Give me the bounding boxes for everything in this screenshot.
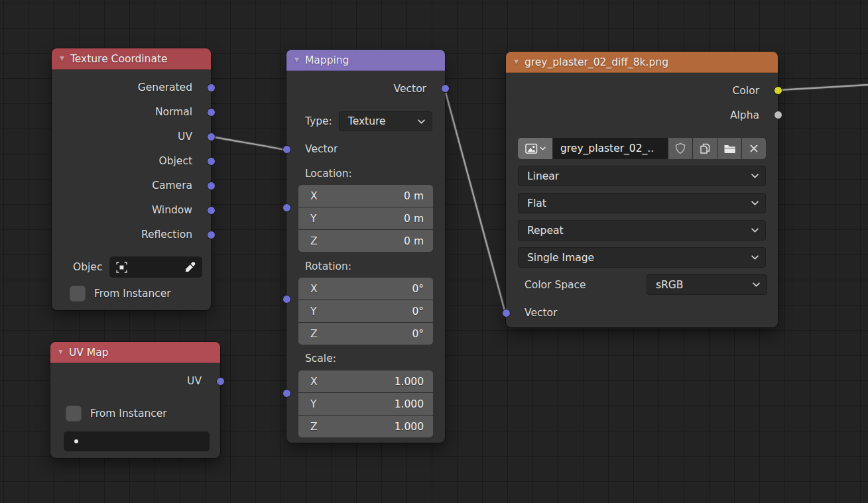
socket-output-normal[interactable] [207,108,216,117]
node-editor-canvas[interactable]: { "editor": { "background": "#232323", "… [0,0,868,503]
collapse-triangle-icon[interactable]: ▼ [294,57,299,63]
socket-input-scale[interactable] [282,389,291,398]
dropdown-value: Repeat [527,225,564,237]
axis-label: Y [310,306,316,317]
socket-output-color[interactable] [774,86,782,95]
image-name-field[interactable]: grey_plaster_02_.. [553,138,668,159]
socket-output-camera[interactable] [207,182,216,190]
copy-icon [699,142,711,154]
dropdown-value: Texture [348,115,386,127]
output-label: Generated [138,82,192,93]
from-instancer-label: From Instancer [90,408,167,419]
scale-x-field[interactable]: X1.000 [298,370,433,392]
image-browse-button[interactable] [518,138,552,159]
socket-output-reflection[interactable] [207,231,216,239]
collapse-triangle-icon[interactable]: ▼ [58,349,63,355]
socket-output-uv[interactable] [207,133,216,141]
extension-dropdown[interactable]: Repeat [518,220,766,241]
uv-map-selector-field[interactable] [64,431,210,451]
field-value: 0° [412,328,424,340]
collapse-triangle-icon[interactable]: ▼ [514,59,519,65]
socket-output-window[interactable] [207,206,216,215]
node-header-texture-coordinate[interactable]: ▼ Texture Coordinate [52,48,211,70]
source-dropdown[interactable]: Single Image [518,247,766,268]
axis-label: X [310,283,318,295]
chevron-down-icon [751,255,759,260]
location-section-label: Location: [286,164,445,183]
socket-input-vector[interactable] [502,309,511,317]
output-label: UV [187,375,202,387]
node-title: UV Map [69,347,109,359]
output-row-generated: Generated [52,75,211,99]
output-row-camera: Camera [52,173,211,197]
node-title: Texture Coordinate [70,53,168,65]
axis-label: Z [310,328,318,340]
object-field-label: Objec [73,261,109,273]
node-uv-map: ▼ UV Map UV From Instancer [50,342,220,458]
dropdown-value: sRGB [656,279,684,291]
output-row-normal: Normal [52,99,211,124]
field-value: 1.000 [395,398,424,410]
socket-input-location[interactable] [282,203,291,212]
link-color-offscreen [778,85,868,90]
socket-output-object[interactable] [207,157,216,166]
rotation-y-field[interactable]: Y0° [298,300,433,322]
node-header-image-texture[interactable]: ▼ grey_plaster_02_diff_8k.png [506,52,778,73]
socket-output-uv[interactable] [216,377,225,386]
field-value: 0 m [404,235,424,247]
output-label: Object [159,155,192,167]
rotation-section-label: Rotation: [286,257,445,276]
projection-dropdown[interactable]: Flat [518,193,766,213]
node-title: Mapping [305,54,349,66]
chevron-down-icon [753,282,760,287]
from-instancer-checkbox[interactable] [70,286,86,302]
vector-input-label: Vector [305,143,338,155]
collapse-triangle-icon[interactable]: ▼ [60,56,64,62]
eyedropper-icon[interactable] [184,261,196,273]
scale-section-label: Scale: [286,349,445,368]
uv-map-dot-icon [74,439,78,443]
object-picker-field[interactable] [109,256,202,278]
rotation-x-field[interactable]: X0° [298,278,433,300]
fake-user-button[interactable] [668,138,692,159]
axis-label: Y [310,398,316,410]
type-label: Type: [305,115,332,127]
dropdown-value: Single Image [527,252,594,264]
socket-output-vector[interactable] [441,84,450,93]
socket-output-alpha[interactable] [774,111,782,119]
field-value: 0 m [404,213,424,225]
axis-label: Y [310,213,316,225]
open-image-button[interactable] [717,138,741,159]
output-label: Normal [155,106,192,118]
color-space-dropdown[interactable]: sRGB [647,274,767,295]
node-mapping: ▼ Mapping Vector Type: Texture Vector Lo… [286,50,445,443]
from-instancer-checkbox[interactable] [66,406,82,421]
output-label: Vector [394,83,426,95]
location-z-field[interactable]: Z0 m [298,230,433,252]
node-title: grey_plaster_02_diff_8k.png [525,56,668,68]
socket-input-vector[interactable] [282,145,291,154]
output-row-alpha: Alpha [506,103,778,127]
scale-z-field[interactable]: Z1.000 [298,416,433,437]
chevron-down-icon [540,146,546,150]
socket-output-generated[interactable] [207,84,216,92]
location-x-field[interactable]: X0 m [298,185,433,207]
node-header-uv-map[interactable]: ▼ UV Map [50,342,220,363]
field-value: 0° [412,283,424,295]
scale-y-field[interactable]: Y1.000 [298,393,433,415]
shield-icon [674,142,686,154]
output-row-reflection: Reflection [52,222,211,247]
chevron-down-icon [751,174,759,178]
duplicate-image-button[interactable] [693,138,717,159]
location-y-field[interactable]: Y0 m [298,207,433,229]
mapping-type-dropdown[interactable]: Texture [339,111,432,131]
field-value: 1.000 [395,376,424,388]
output-row-window: Window [52,197,211,222]
rotation-z-field[interactable]: Z0° [298,323,433,345]
chevron-down-icon [751,201,759,205]
link-mapping-to-image [444,87,505,313]
interpolation-dropdown[interactable]: Linear [518,166,766,186]
socket-input-rotation[interactable] [282,295,291,304]
unlink-image-button[interactable] [742,138,766,159]
node-header-mapping[interactable]: ▼ Mapping [286,50,445,71]
